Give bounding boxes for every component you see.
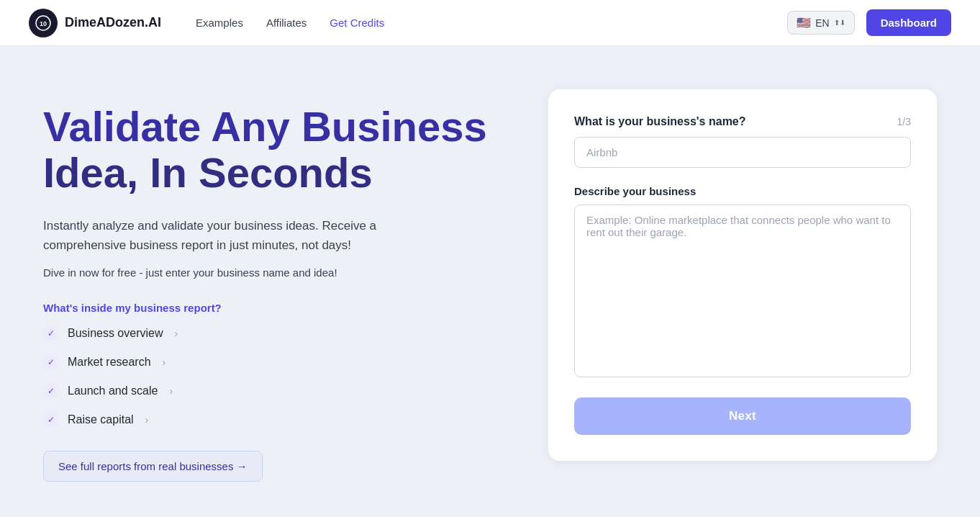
feature-market-research[interactable]: ✓ Market research › bbox=[43, 354, 505, 370]
feature-label: Launch and scale bbox=[68, 385, 158, 397]
feature-raise-capital[interactable]: ✓ Raise capital › bbox=[43, 412, 505, 428]
form-card: What is your business's name? 1/3 Descri… bbox=[548, 89, 937, 461]
lang-label: EN bbox=[815, 17, 829, 29]
see-reports-label: See full reports from real businesses → bbox=[58, 460, 248, 472]
feature-label: Raise capital bbox=[68, 413, 134, 426]
business-description-textarea[interactable] bbox=[574, 204, 911, 377]
check-icon: ✓ bbox=[43, 383, 59, 399]
feature-launch-scale[interactable]: ✓ Launch and scale › bbox=[43, 383, 505, 399]
nav-affiliates[interactable]: Affiliates bbox=[266, 17, 307, 29]
feature-label: Market research bbox=[68, 356, 151, 369]
hero-subtitle: Instantly analyze and validate your busi… bbox=[43, 216, 460, 255]
nav-get-credits[interactable]: Get Credits bbox=[330, 17, 384, 29]
main-content: Validate Any Business Idea, In Seconds I… bbox=[0, 46, 980, 517]
check-icon: ✓ bbox=[43, 325, 59, 341]
hero-title-line2: Idea, In Seconds bbox=[43, 149, 373, 196]
right-panel: What is your business's name? 1/3 Descri… bbox=[548, 89, 937, 461]
nav-links: Examples Affiliates Get Credits bbox=[196, 17, 787, 29]
svg-text:10: 10 bbox=[40, 20, 47, 27]
whats-inside-label: What's inside my business report? bbox=[43, 302, 505, 314]
flag-icon: 🇺🇸 bbox=[797, 16, 811, 30]
feature-business-overview[interactable]: ✓ Business overview › bbox=[43, 325, 505, 341]
hero-cta-text: Dive in now for free - just enter your b… bbox=[43, 266, 505, 279]
chevron-updown-icon: ⬆⬇ bbox=[834, 19, 845, 27]
dashboard-button[interactable]: Dashboard bbox=[866, 9, 951, 36]
hero-title-line1: Validate Any Business bbox=[43, 103, 487, 150]
feature-list: ✓ Business overview › ✓ Market research … bbox=[43, 325, 505, 428]
feature-label: Business overview bbox=[68, 327, 163, 340]
business-name-input[interactable] bbox=[574, 137, 911, 168]
navbar: 10 DimeADozen.AI Examples Affiliates Get… bbox=[0, 0, 980, 46]
chevron-right-icon: › bbox=[145, 414, 149, 426]
language-selector[interactable]: 🇺🇸 EN ⬆⬇ bbox=[787, 11, 854, 35]
logo[interactable]: 10 DimeADozen.AI bbox=[29, 9, 161, 37]
form-header: What is your business's name? 1/3 bbox=[574, 115, 911, 128]
nav-right: 🇺🇸 EN ⬆⬇ Dashboard bbox=[787, 9, 951, 36]
chevron-right-icon: › bbox=[169, 385, 173, 397]
next-button[interactable]: Next bbox=[574, 397, 911, 435]
logo-text: DimeADozen.AI bbox=[65, 15, 161, 30]
chevron-right-icon: › bbox=[163, 356, 166, 368]
logo-icon: 10 bbox=[29, 9, 58, 37]
describe-label: Describe your business bbox=[574, 185, 911, 197]
form-step: 1/3 bbox=[897, 116, 911, 127]
left-panel: Validate Any Business Idea, In Seconds I… bbox=[43, 89, 505, 482]
nav-examples[interactable]: Examples bbox=[196, 17, 243, 29]
chevron-right-icon: › bbox=[175, 328, 178, 339]
check-icon: ✓ bbox=[43, 412, 59, 428]
form-question: What is your business's name? bbox=[574, 115, 746, 128]
check-icon: ✓ bbox=[43, 354, 59, 370]
hero-title: Validate Any Business Idea, In Seconds bbox=[43, 104, 505, 196]
see-reports-button[interactable]: See full reports from real businesses → bbox=[43, 451, 263, 482]
